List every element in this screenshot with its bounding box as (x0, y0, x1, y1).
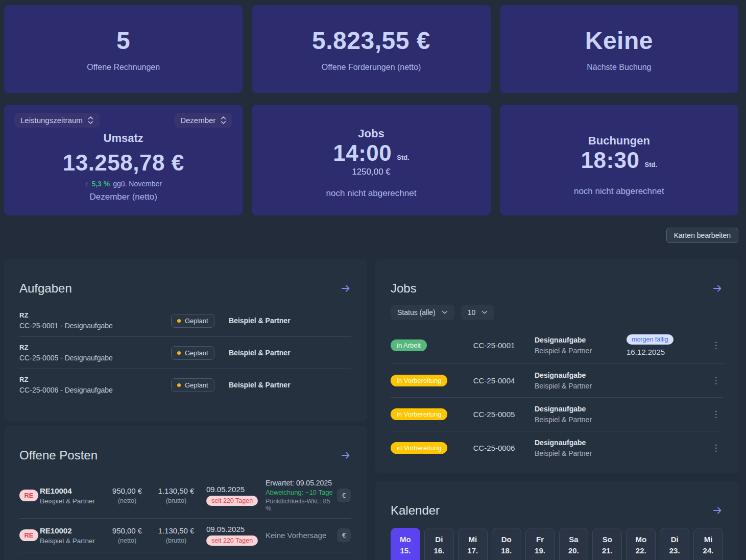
calendar-days: Mo 15. Di 16. Mi 17. Do 18. (391, 528, 723, 560)
task-row[interactable]: RZ CC-25-0006 - Designaufgabe Geplant Be… (19, 369, 351, 401)
job-code: CC-25-0001 (465, 341, 523, 350)
job-code: CC-25-0005 (465, 410, 523, 419)
kebab-menu-icon[interactable]: ⋮ (709, 341, 723, 350)
stat-label: Nächste Buchung (587, 63, 651, 72)
doc-type-cell: RE (19, 529, 40, 541)
brutto-label: (brutto) (151, 497, 202, 504)
period-type-select[interactable]: Leistungszeitraum (14, 113, 100, 128)
posten-row[interactable]: RE RE10002 Beispiel & Partner 950,00 € (… (19, 518, 351, 552)
calendar-day-tile[interactable]: Mi 24. (693, 528, 723, 560)
buchungen-hours-row: 18:30 Std. (581, 148, 658, 173)
calendar-day-tile[interactable]: So 21. (592, 528, 622, 560)
doc-client: Beispiel & Partner (40, 537, 104, 545)
arrow-right-icon[interactable] (340, 450, 351, 461)
job-task-cell: Designaufgabe Beispiel & Partner (523, 336, 619, 355)
netto-cell: 950,00 € (netto) (104, 486, 151, 504)
jobs-filters: Status (alle) 10 (391, 305, 723, 320)
kebab-menu-icon[interactable]: ⋮ (709, 444, 723, 452)
status-dot-icon (177, 319, 181, 323)
period-type-select-value: Leistungszeitraum (20, 116, 83, 125)
calendar-day-tile[interactable]: Fr 19. (525, 528, 555, 560)
job-row[interactable]: in Arbeit CC-25-0001 Designaufgabe Beisp… (391, 327, 723, 363)
posten-row[interactable]: RE RE10004 Beispiel & Partner 950,00 € (… (19, 473, 351, 518)
status-filter-value: Status (alle) (397, 308, 436, 316)
forecast-none: Keine Vorhersage (266, 531, 337, 540)
payment-euro-button[interactable]: € (337, 489, 351, 502)
arrow-right-icon[interactable] (712, 505, 723, 516)
month-select-value: Dezember (180, 116, 215, 125)
day-weekday: Mi (704, 535, 713, 544)
job-row[interactable]: in Vorbereitung CC-25-0004 Designaufgabe… (391, 363, 723, 397)
jobs-hours-unit: Std. (397, 154, 410, 166)
chevron-down-icon (442, 310, 448, 314)
page-size-select[interactable]: 10 (461, 305, 495, 320)
status-label: Geplant (185, 381, 208, 389)
due-date: 09.05.2025 (206, 485, 266, 494)
stat-label: Offene Rechnungen (87, 63, 160, 72)
calendar-day-tile[interactable]: Do 18. (492, 528, 521, 560)
kalender-header: Kalender (391, 503, 723, 518)
day-number: 24. (703, 546, 714, 555)
forecast-expected: Erwartet: 09.05.2025 (266, 479, 337, 487)
stat-cards-row: 5 Offene Rechnungen 5.823,55 € Offene Fo… (4, 5, 738, 93)
job-task-cell: Designaufgabe Beispiel & Partner (523, 405, 619, 424)
kalender-panel: Kalender Mo 15. Di 16. Mi (375, 481, 738, 560)
task-row[interactable]: RZ CC-25-0005 - Designaufgabe Geplant Be… (19, 336, 351, 369)
doc-type-cell: RE (19, 490, 40, 501)
calendar-day-tile[interactable]: Mo 22. (626, 528, 656, 560)
calendar-day-tile[interactable]: Sa 20. (559, 528, 589, 560)
job-status-badge: in Vorbereitung (391, 375, 447, 386)
posten-row[interactable]: RE RE10003 Beispiel & Partner 950,00 € (… (19, 552, 351, 560)
brutto-label: (brutto) (151, 537, 202, 544)
payment-euro-button[interactable]: € (337, 528, 351, 542)
calendar-day-tile[interactable]: Mi 17. (458, 528, 488, 560)
kebab-menu-icon[interactable]: ⋮ (709, 376, 723, 385)
sort-chevrons-icon (88, 116, 93, 125)
task-name: CC-25-0006 - Designaufgabe (19, 386, 157, 394)
day-weekday: Fr (536, 535, 544, 544)
trend-up-arrow-icon: ↑ (85, 180, 88, 188)
status-badge: Geplant (171, 346, 214, 360)
offene-posten-panel: Offene Posten RE RE10004 Beispiel & Part… (4, 426, 367, 560)
day-weekday: So (603, 535, 612, 544)
buchungen-note: noch nicht abgerechnet (574, 186, 664, 197)
status-label: Geplant (185, 317, 208, 325)
job-task: Designaufgabe (535, 371, 619, 379)
stat-card-offene-rechnungen: 5 Offene Rechnungen (4, 5, 243, 93)
calendar-day-tile[interactable]: Di 16. (424, 528, 454, 560)
day-number: 18. (501, 546, 512, 555)
arrow-right-icon[interactable] (712, 283, 723, 294)
status-filter-select[interactable]: Status (alle) (391, 305, 454, 320)
due-date-cell: 09.05.2025 seit 220 Tagen (202, 485, 266, 506)
month-select[interactable]: Dezember (174, 113, 232, 128)
stat-value: Keine (585, 27, 653, 55)
panels-area: Aufgaben RZ CC-25-0001 - Designaufgabe (4, 259, 738, 560)
dashboard-page: 5 Offene Rechnungen 5.823,55 € Offene Fo… (0, 0, 746, 560)
job-client: Beispiel & Partner (535, 347, 619, 355)
job-row[interactable]: in Vorbereitung CC-25-0006 Designaufgabe… (391, 431, 723, 465)
buchungen-card-title: Buchungen (588, 134, 650, 148)
kebab-menu-icon[interactable]: ⋮ (709, 410, 723, 419)
job-row[interactable]: in Vorbereitung CC-25-0005 Designaufgabe… (391, 397, 723, 431)
aufgaben-panel: Aufgaben RZ CC-25-0001 - Designaufgabe (4, 259, 367, 422)
task-code: RZ (19, 376, 157, 383)
jobs-list: in Arbeit CC-25-0001 Designaufgabe Beisp… (391, 327, 723, 465)
day-weekday: Mo (635, 535, 646, 544)
calendar-day-tile[interactable]: Di 23. (660, 528, 689, 560)
job-due-cell: morgen fällig 16.12.2025 (619, 334, 709, 356)
umsatz-subtitle: Dezember (netto) (90, 192, 157, 202)
brutto-value: 1.130,50 € (151, 486, 202, 495)
jobs-amount: 1250,00 € (352, 167, 391, 177)
edit-cards-button[interactable]: Karten bearbeiten (666, 228, 738, 243)
task-name-cell: RZ CC-25-0006 - Designaufgabe (19, 376, 157, 394)
brutto-cell: 1.130,50 € (brutto) (151, 486, 202, 504)
calendar-day-tile[interactable]: Mo 15. (391, 528, 420, 560)
job-status-badge: in Vorbereitung (391, 442, 447, 454)
day-weekday: Do (501, 535, 512, 544)
jobs-kpi-card: Jobs 14:00 Std. 1250,00 € noch nicht abg… (252, 105, 490, 215)
edit-cards-row: Karten bearbeiten (4, 228, 738, 243)
task-row[interactable]: RZ CC-25-0001 - Designaufgabe Geplant Be… (19, 305, 351, 336)
task-status-cell: Geplant (157, 378, 219, 392)
overdue-badge: seit 220 Tagen (206, 535, 258, 546)
arrow-right-icon[interactable] (340, 283, 351, 294)
